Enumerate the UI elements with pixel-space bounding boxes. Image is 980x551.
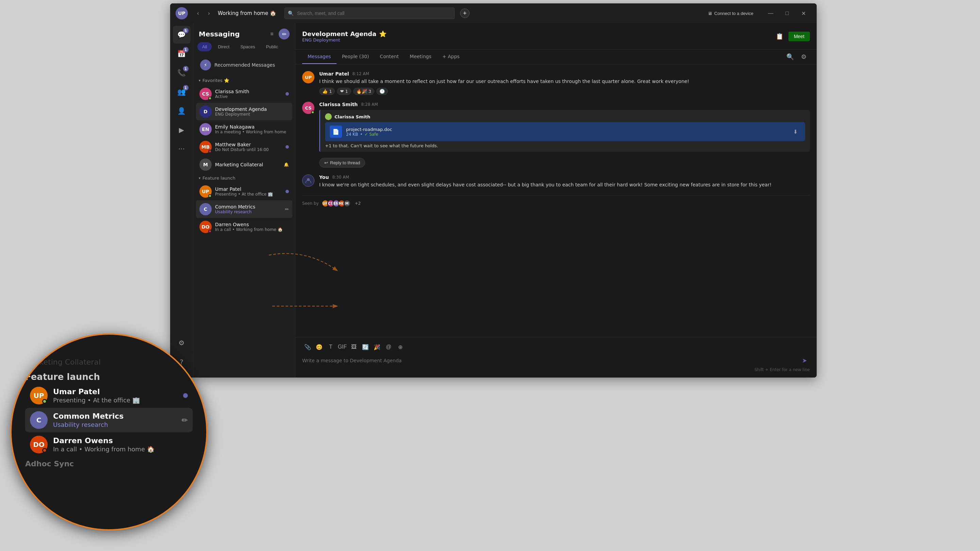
reaction-thumbs[interactable]: 👍 1 bbox=[319, 88, 335, 95]
emoji-button[interactable]: 😊 bbox=[314, 341, 325, 353]
maximize-button[interactable]: □ bbox=[779, 8, 795, 19]
download-button[interactable]: ⬇ bbox=[790, 127, 800, 137]
sender-you: You bbox=[319, 175, 329, 180]
image-button[interactable]: 🖼 bbox=[348, 341, 360, 353]
favorites-header[interactable]: ▾ Favorites ⭐ bbox=[196, 76, 292, 85]
filter-direct[interactable]: Direct bbox=[213, 42, 234, 51]
reaction-heart[interactable]: ❤️ 1 bbox=[337, 88, 351, 95]
tab-messages[interactable]: Messages bbox=[302, 50, 337, 64]
search-input[interactable] bbox=[285, 8, 455, 19]
tab-apps[interactable]: + Apps bbox=[437, 50, 465, 64]
chat-item-marketing[interactable]: M Marketing Collateral 🔔 bbox=[196, 156, 292, 173]
input-box-row: ➤ bbox=[302, 355, 810, 366]
praise-button[interactable]: 🎉 bbox=[372, 341, 382, 353]
emily-preview: In a meeting • Working from home bbox=[215, 130, 289, 134]
add-button[interactable]: + bbox=[460, 8, 469, 18]
common-metrics-avatar: C bbox=[199, 203, 212, 215]
sidebar-item-people[interactable]: 👥 1 bbox=[173, 83, 191, 101]
chat-history-button[interactable]: 📋 bbox=[773, 30, 786, 43]
reaction-fire[interactable]: 🔥🎉 3 bbox=[353, 88, 374, 95]
connect-device-button[interactable]: 🖥 Connect to a device bbox=[705, 11, 756, 16]
minimize-button[interactable]: — bbox=[763, 8, 778, 19]
chat-item-umar[interactable]: UP Umar Patel Presenting • At the office… bbox=[196, 183, 292, 200]
recommended-icon: ⚡ bbox=[200, 60, 211, 70]
clarissa-preview: Active bbox=[215, 94, 282, 99]
sidebar-item-calls[interactable]: 📞 1 bbox=[173, 64, 191, 82]
message-clarissa: CS Clarissa Smith 8:28 AM Clarissa Smith bbox=[302, 102, 810, 168]
sidebar-item-calendar[interactable]: 📅 1 bbox=[173, 45, 191, 63]
chat-item-dev-agenda[interactable]: D Development Agenda ENG Deployment bbox=[196, 103, 292, 121]
tab-search-button[interactable]: 🔍 bbox=[784, 51, 796, 63]
marketing-name: Marketing Collateral bbox=[215, 162, 280, 167]
zc-avatar-common-metrics: C bbox=[30, 411, 48, 429]
more-tools-button[interactable]: ⊕ bbox=[395, 341, 406, 353]
filter-spaces[interactable]: Spaces bbox=[235, 42, 259, 51]
back-button[interactable]: ‹ bbox=[193, 8, 203, 18]
text-umar: I think we should all take a moment to r… bbox=[319, 78, 810, 85]
close-button[interactable]: ✕ bbox=[795, 8, 811, 19]
emily-info: Emily Nakagawa In a meeting • Working fr… bbox=[215, 124, 289, 134]
send-button[interactable]: ➤ bbox=[799, 355, 810, 366]
sidebar-item-activity[interactable]: ▶ bbox=[173, 121, 191, 139]
zc-avatar-darren: DO bbox=[30, 436, 48, 453]
chat-item-common-metrics[interactable]: C Common Metrics Usability research ✏ bbox=[196, 200, 292, 218]
reply-thread-button[interactable]: ↩ Reply to thread bbox=[319, 158, 365, 168]
recommended-label: Recommended Messages bbox=[215, 62, 275, 68]
messages-area: UP Umar Patel 8:12 AM I think we should … bbox=[295, 64, 817, 337]
format-button[interactable]: T bbox=[325, 341, 336, 353]
reply-icon: ↩ bbox=[324, 160, 328, 165]
tab-content[interactable]: Content bbox=[374, 50, 404, 64]
forward-button[interactable]: › bbox=[204, 8, 214, 18]
sender-clarissa: Clarissa Smith bbox=[319, 102, 358, 107]
feature-launch-arrow: ▾ bbox=[199, 176, 200, 180]
sidebar-item-contacts[interactable]: 👤 bbox=[173, 102, 191, 120]
zc-feature-launch-label: Feature launch bbox=[25, 369, 192, 383]
chat-item-clarissa[interactable]: CS Clarissa Smith Active bbox=[196, 85, 292, 103]
zc-chat-umar[interactable]: UP Umar Patel Presenting • At the office… bbox=[25, 383, 192, 408]
clarissa-unread-dot bbox=[285, 92, 289, 95]
darren-status-dot bbox=[208, 230, 212, 233]
messaging-actions: ≡ ✏ bbox=[266, 29, 290, 40]
tab-settings-button[interactable]: ⚙ bbox=[798, 51, 810, 63]
zc-chat-common-metrics[interactable]: C Common Metrics Usability research ✏ bbox=[25, 408, 192, 432]
zc-umar-unread bbox=[183, 393, 188, 398]
recommended-messages-item[interactable]: ⚡ Recommended Messages bbox=[197, 57, 291, 73]
new-chat-button[interactable]: ✏ bbox=[279, 29, 290, 40]
gif-button[interactable]: GIF bbox=[337, 341, 348, 353]
chat-list: ▾ Favorites ⭐ CS Clarissa Smith Active bbox=[193, 76, 295, 378]
tab-meetings[interactable]: Meetings bbox=[404, 50, 437, 64]
zc-common-metrics-preview: Usability research bbox=[53, 421, 176, 428]
quoted-block: Clarissa Smith 📄 project-roadmap.doc 24 … bbox=[319, 110, 810, 152]
sidebar-item-settings[interactable]: ⚙ bbox=[173, 334, 191, 352]
filter-all[interactable]: All bbox=[197, 42, 212, 51]
loop-button[interactable]: 🔄 bbox=[360, 341, 371, 353]
chat-item-emily[interactable]: EN Emily Nakagawa In a meeting • Working… bbox=[196, 121, 292, 138]
darren-name: Darren Owens bbox=[215, 222, 289, 227]
chat-item-darren[interactable]: DO Darren Owens In a call • Working from… bbox=[196, 218, 292, 236]
chat-item-matthew[interactable]: MB Matthew Baker Do Not Disturb until 16… bbox=[196, 138, 292, 156]
recommended-section: ⚡ Recommended Messages bbox=[193, 54, 295, 76]
star-icon: ⭐ bbox=[379, 30, 387, 37]
window-title: Working from home 🏠 bbox=[218, 10, 276, 16]
clarissa-meta bbox=[285, 92, 289, 95]
sidebar-item-chat[interactable]: 💬 5 bbox=[173, 26, 191, 43]
zc-chat-darren[interactable]: DO Darren Owens In a call • Working from… bbox=[25, 432, 192, 457]
doc-icon: 📄 bbox=[330, 125, 342, 138]
dev-agenda-avatar: D bbox=[199, 105, 212, 118]
reaction-clock[interactable]: 🕐 bbox=[376, 88, 388, 95]
meet-button[interactable]: Meet bbox=[788, 32, 810, 41]
message-header-you: You 8:30 AM bbox=[319, 175, 810, 180]
sidebar-item-more[interactable]: ··· bbox=[173, 140, 191, 158]
message-input[interactable] bbox=[302, 358, 796, 363]
message-avatar-you bbox=[302, 175, 314, 187]
mention-button[interactable]: @ bbox=[383, 341, 394, 353]
attach-button[interactable]: 📎 bbox=[302, 341, 313, 353]
filter-public[interactable]: Public bbox=[261, 42, 283, 51]
messaging-filter-button[interactable]: ≡ bbox=[266, 29, 277, 40]
feature-launch-header[interactable]: ▾ Feature launch bbox=[196, 173, 292, 183]
darren-avatar: DO bbox=[199, 221, 212, 233]
seen-by-row: Seen by UP CS EN MB M +2 bbox=[302, 195, 810, 211]
tab-people[interactable]: People (30) bbox=[337, 50, 375, 64]
message-header-clarissa: Clarissa Smith 8:28 AM bbox=[319, 102, 810, 107]
zc-edit-icon: ✏ bbox=[182, 416, 188, 424]
